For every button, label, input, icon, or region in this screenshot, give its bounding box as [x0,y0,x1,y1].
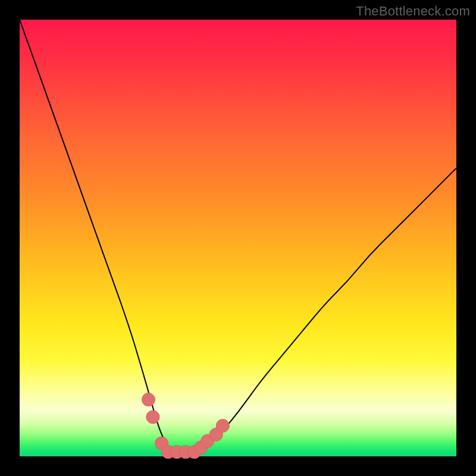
plot-area [20,20,456,456]
data-marker [216,419,229,433]
watermark-text: TheBottleneck.com [356,4,470,19]
chart-overlay [20,20,456,456]
data-marker [142,393,155,406]
chart-frame: TheBottleneck.com [0,0,476,476]
marker-group [142,393,230,459]
data-marker [146,411,159,424]
bottleneck-curve [20,20,456,452]
